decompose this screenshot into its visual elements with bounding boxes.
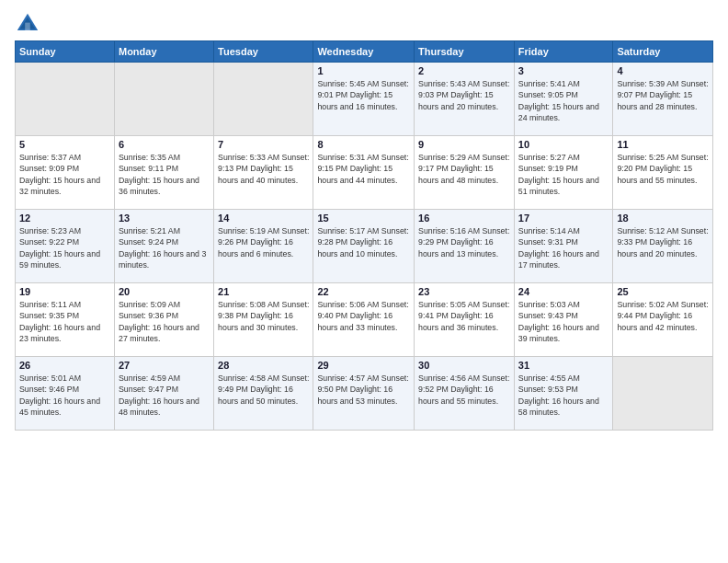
calendar-cell: 15Sunrise: 5:17 AM Sunset: 9:28 PM Dayli… xyxy=(313,210,415,283)
header-wednesday: Wednesday xyxy=(313,41,415,63)
header-saturday: Saturday xyxy=(613,41,713,63)
calendar-cell: 28Sunrise: 4:58 AM Sunset: 9:49 PM Dayli… xyxy=(214,357,313,431)
calendar-cell: 24Sunrise: 5:03 AM Sunset: 9:43 PM Dayli… xyxy=(514,283,613,357)
day-info: Sunrise: 5:41 AM Sunset: 9:05 PM Dayligh… xyxy=(518,78,609,123)
week-row-3: 12Sunrise: 5:23 AM Sunset: 9:22 PM Dayli… xyxy=(16,210,713,283)
day-info: Sunrise: 5:31 AM Sunset: 9:15 PM Dayligh… xyxy=(317,152,410,186)
day-number: 19 xyxy=(19,286,110,297)
day-number: 16 xyxy=(418,213,510,224)
day-number: 10 xyxy=(518,139,609,150)
day-info: Sunrise: 5:37 AM Sunset: 9:09 PM Dayligh… xyxy=(19,152,110,197)
day-number: 9 xyxy=(418,139,510,150)
calendar-cell: 1Sunrise: 5:45 AM Sunset: 9:01 PM Daylig… xyxy=(313,63,415,136)
day-number: 27 xyxy=(119,360,210,371)
day-info: Sunrise: 4:57 AM Sunset: 9:50 PM Dayligh… xyxy=(317,373,410,407)
calendar-cell: 22Sunrise: 5:06 AM Sunset: 9:40 PM Dayli… xyxy=(313,283,415,357)
header-thursday: Thursday xyxy=(415,41,515,63)
calendar-cell: 30Sunrise: 4:56 AM Sunset: 9:52 PM Dayli… xyxy=(415,357,515,431)
day-number: 5 xyxy=(19,139,110,150)
calendar-cell: 11Sunrise: 5:25 AM Sunset: 9:20 PM Dayli… xyxy=(613,136,713,210)
calendar-cell: 9Sunrise: 5:29 AM Sunset: 9:17 PM Daylig… xyxy=(415,136,515,210)
calendar-cell: 18Sunrise: 5:12 AM Sunset: 9:33 PM Dayli… xyxy=(613,210,713,283)
day-number: 25 xyxy=(617,286,709,297)
day-number: 31 xyxy=(518,360,609,371)
header-friday: Friday xyxy=(514,41,613,63)
svg-rect-2 xyxy=(25,23,30,30)
day-number: 24 xyxy=(518,286,609,297)
calendar-cell xyxy=(613,357,713,431)
calendar-cell: 8Sunrise: 5:31 AM Sunset: 9:15 PM Daylig… xyxy=(313,136,415,210)
calendar-cell xyxy=(214,63,313,136)
calendar-cell: 2Sunrise: 5:43 AM Sunset: 9:03 PM Daylig… xyxy=(415,63,515,136)
day-info: Sunrise: 5:23 AM Sunset: 9:22 PM Dayligh… xyxy=(19,225,110,270)
day-info: Sunrise: 5:12 AM Sunset: 9:33 PM Dayligh… xyxy=(617,225,709,259)
day-number: 4 xyxy=(617,65,709,76)
calendar-cell: 6Sunrise: 5:35 AM Sunset: 9:11 PM Daylig… xyxy=(114,136,213,210)
day-number: 8 xyxy=(317,139,410,150)
day-info: Sunrise: 5:19 AM Sunset: 9:26 PM Dayligh… xyxy=(218,225,309,259)
day-number: 1 xyxy=(317,65,410,76)
day-number: 11 xyxy=(617,139,709,150)
calendar-cell: 20Sunrise: 5:09 AM Sunset: 9:36 PM Dayli… xyxy=(114,283,213,357)
day-info: Sunrise: 5:27 AM Sunset: 9:19 PM Dayligh… xyxy=(518,152,609,197)
day-info: Sunrise: 4:55 AM Sunset: 9:53 PM Dayligh… xyxy=(518,373,609,418)
calendar-cell: 10Sunrise: 5:27 AM Sunset: 9:19 PM Dayli… xyxy=(514,136,613,210)
calendar-cell: 5Sunrise: 5:37 AM Sunset: 9:09 PM Daylig… xyxy=(16,136,115,210)
day-info: Sunrise: 5:16 AM Sunset: 9:29 PM Dayligh… xyxy=(418,225,510,259)
day-number: 26 xyxy=(19,360,110,371)
day-info: Sunrise: 5:45 AM Sunset: 9:01 PM Dayligh… xyxy=(317,78,410,112)
day-number: 6 xyxy=(119,139,210,150)
day-info: Sunrise: 5:09 AM Sunset: 9:36 PM Dayligh… xyxy=(119,299,210,344)
day-number: 29 xyxy=(317,360,410,371)
day-info: Sunrise: 5:33 AM Sunset: 9:13 PM Dayligh… xyxy=(218,152,309,186)
week-row-1: 1Sunrise: 5:45 AM Sunset: 9:01 PM Daylig… xyxy=(16,63,713,136)
day-number: 21 xyxy=(218,286,309,297)
day-info: Sunrise: 5:39 AM Sunset: 9:07 PM Dayligh… xyxy=(617,78,709,112)
day-info: Sunrise: 5:01 AM Sunset: 9:46 PM Dayligh… xyxy=(19,373,110,418)
day-number: 22 xyxy=(317,286,410,297)
day-info: Sunrise: 5:25 AM Sunset: 9:20 PM Dayligh… xyxy=(617,152,709,186)
day-info: Sunrise: 4:56 AM Sunset: 9:52 PM Dayligh… xyxy=(418,373,510,407)
calendar-cell: 31Sunrise: 4:55 AM Sunset: 9:53 PM Dayli… xyxy=(514,357,613,431)
calendar-cell xyxy=(114,63,213,136)
calendar-cell: 13Sunrise: 5:21 AM Sunset: 9:24 PM Dayli… xyxy=(114,210,213,283)
week-row-2: 5Sunrise: 5:37 AM Sunset: 9:09 PM Daylig… xyxy=(16,136,713,210)
calendar-cell: 29Sunrise: 4:57 AM Sunset: 9:50 PM Dayli… xyxy=(313,357,415,431)
page-container: SundayMondayTuesdayWednesdayThursdayFrid… xyxy=(0,0,728,438)
day-number: 13 xyxy=(119,213,210,224)
calendar-cell xyxy=(16,63,115,136)
calendar-cell: 3Sunrise: 5:41 AM Sunset: 9:05 PM Daylig… xyxy=(514,63,613,136)
week-row-5: 26Sunrise: 5:01 AM Sunset: 9:46 PM Dayli… xyxy=(16,357,713,431)
day-number: 28 xyxy=(218,360,309,371)
week-row-4: 19Sunrise: 5:11 AM Sunset: 9:35 PM Dayli… xyxy=(16,283,713,357)
day-info: Sunrise: 4:59 AM Sunset: 9:47 PM Dayligh… xyxy=(119,373,210,418)
calendar-cell: 16Sunrise: 5:16 AM Sunset: 9:29 PM Dayli… xyxy=(415,210,515,283)
calendar-cell: 14Sunrise: 5:19 AM Sunset: 9:26 PM Dayli… xyxy=(214,210,313,283)
day-number: 15 xyxy=(317,213,410,224)
header-tuesday: Tuesday xyxy=(214,41,313,63)
header xyxy=(15,11,713,37)
day-number: 20 xyxy=(119,286,210,297)
calendar-header-row: SundayMondayTuesdayWednesdayThursdayFrid… xyxy=(16,41,713,63)
calendar-cell: 26Sunrise: 5:01 AM Sunset: 9:46 PM Dayli… xyxy=(16,357,115,431)
calendar-cell: 4Sunrise: 5:39 AM Sunset: 9:07 PM Daylig… xyxy=(613,63,713,136)
day-info: Sunrise: 5:14 AM Sunset: 9:31 PM Dayligh… xyxy=(518,225,609,270)
day-number: 18 xyxy=(617,213,709,224)
calendar-cell: 25Sunrise: 5:02 AM Sunset: 9:44 PM Dayli… xyxy=(613,283,713,357)
day-info: Sunrise: 5:21 AM Sunset: 9:24 PM Dayligh… xyxy=(119,225,210,270)
day-info: Sunrise: 5:17 AM Sunset: 9:28 PM Dayligh… xyxy=(317,225,410,259)
day-info: Sunrise: 5:11 AM Sunset: 9:35 PM Dayligh… xyxy=(19,299,110,344)
day-number: 30 xyxy=(418,360,510,371)
day-number: 2 xyxy=(418,65,510,76)
day-info: Sunrise: 4:58 AM Sunset: 9:49 PM Dayligh… xyxy=(218,373,309,407)
calendar-cell: 21Sunrise: 5:08 AM Sunset: 9:38 PM Dayli… xyxy=(214,283,313,357)
calendar-cell: 17Sunrise: 5:14 AM Sunset: 9:31 PM Dayli… xyxy=(514,210,613,283)
day-number: 23 xyxy=(418,286,510,297)
day-info: Sunrise: 5:05 AM Sunset: 9:41 PM Dayligh… xyxy=(418,299,510,333)
day-info: Sunrise: 5:02 AM Sunset: 9:44 PM Dayligh… xyxy=(617,299,709,333)
calendar-cell: 12Sunrise: 5:23 AM Sunset: 9:22 PM Dayli… xyxy=(16,210,115,283)
calendar-cell: 7Sunrise: 5:33 AM Sunset: 9:13 PM Daylig… xyxy=(214,136,313,210)
calendar-cell: 23Sunrise: 5:05 AM Sunset: 9:41 PM Dayli… xyxy=(415,283,515,357)
day-info: Sunrise: 5:03 AM Sunset: 9:43 PM Dayligh… xyxy=(518,299,609,344)
day-number: 14 xyxy=(218,213,309,224)
